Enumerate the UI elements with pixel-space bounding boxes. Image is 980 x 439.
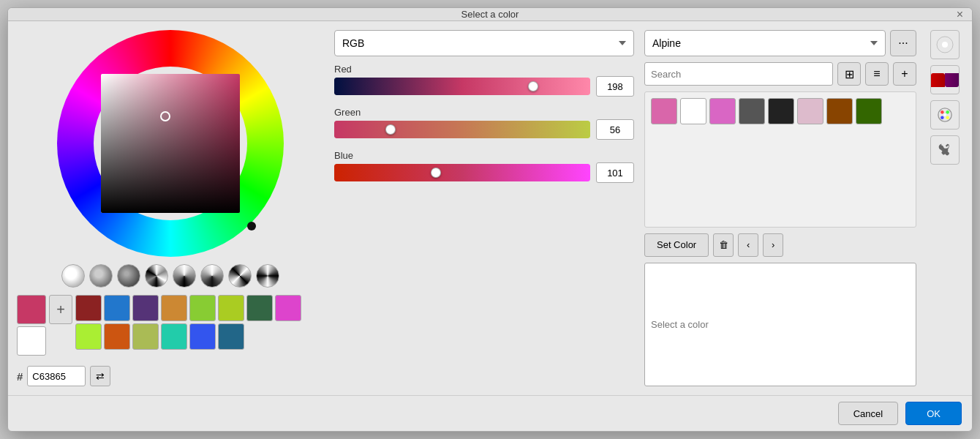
color-square[interactable]	[101, 74, 240, 213]
set-color-button[interactable]: Set Color	[644, 233, 709, 257]
white-color-swatch[interactable]	[17, 326, 46, 356]
shade-icon-2[interactable]	[89, 264, 113, 288]
recent-color-4[interactable]	[161, 295, 187, 321]
palette-select[interactable]: Alpine Material Flat UI Crayola	[644, 30, 886, 56]
palette-swatch-6[interactable]	[826, 98, 853, 124]
palette-tool-button[interactable]	[930, 100, 960, 130]
close-button[interactable]: ×	[957, 9, 963, 20]
recent-color-5[interactable]	[189, 295, 216, 321]
recent-color-6[interactable]	[218, 295, 244, 321]
palette-swatch-4[interactable]	[768, 98, 794, 124]
palette-swatch-0[interactable]	[651, 98, 677, 124]
color-picker-dialog: Select a color ×	[7, 7, 973, 432]
palette-search-input[interactable]	[644, 62, 833, 86]
dialog-footer: Cancel OK	[8, 395, 972, 431]
blue-slider-wrap[interactable]	[334, 164, 590, 181]
current-color-swatch[interactable]	[17, 295, 46, 324]
shade-icon-8[interactable]	[256, 264, 279, 288]
blue-value-input[interactable]	[596, 162, 634, 183]
title-bar: Select a color ×	[8, 8, 972, 21]
dialog-title: Select a color	[461, 9, 519, 20]
recent-color-3[interactable]	[132, 295, 159, 321]
blue-slider[interactable]	[334, 164, 590, 181]
palette-swatch-3[interactable]	[739, 98, 765, 124]
green-slider-thumb[interactable]	[385, 124, 396, 135]
green-value-input[interactable]	[596, 119, 634, 140]
shade-icon-5[interactable]	[173, 264, 196, 288]
shade-icon-7[interactable]	[228, 264, 252, 288]
next-color-button[interactable]: ›	[763, 233, 783, 257]
shade-icon-6[interactable]	[200, 264, 224, 288]
svg-point-7	[943, 113, 946, 116]
red-row	[334, 76, 634, 97]
svg-point-1	[942, 42, 948, 48]
recent-color-13[interactable]	[189, 323, 216, 350]
svg-point-4	[946, 110, 949, 114]
red-value-input[interactable]	[596, 76, 634, 97]
grid-view-button[interactable]: ⊞	[837, 62, 861, 86]
blue-row	[334, 162, 634, 183]
palette-swatch-1[interactable]	[680, 98, 706, 124]
green-slider[interactable]	[334, 121, 590, 138]
green-slider-wrap[interactable]	[334, 121, 590, 138]
shade-icon-4[interactable]	[145, 264, 168, 288]
recent-color-7[interactable]	[246, 295, 273, 321]
palette-tool-icon	[937, 107, 953, 123]
red-slider[interactable]	[334, 78, 590, 95]
hex-swap-button[interactable]: ⇄	[90, 366, 110, 386]
left-panel: +	[17, 30, 324, 386]
cancel-button[interactable]: Cancel	[838, 402, 898, 425]
wrench-icon	[938, 143, 952, 157]
delete-color-button[interactable]: 🗑	[713, 233, 734, 257]
ok-button[interactable]: OK	[905, 402, 962, 425]
hex-input[interactable]	[27, 366, 86, 386]
blue-slider-thumb[interactable]	[431, 168, 441, 178]
add-color-button[interactable]: +	[49, 295, 72, 324]
recent-color-10[interactable]	[104, 323, 130, 350]
dialog-body: +	[8, 21, 972, 395]
blue-channel: Blue	[334, 150, 634, 186]
svg-point-6	[946, 116, 949, 119]
palette-grid	[644, 91, 916, 228]
hex-row: # ⇄	[17, 366, 324, 386]
palette-swatch-5[interactable]	[797, 98, 823, 124]
color-mode-select[interactable]: RGB HSV HSL CMYK	[334, 30, 634, 56]
red-label: Red	[334, 64, 634, 75]
color-square-cursor[interactable]	[160, 111, 170, 121]
shade-icons-row	[61, 264, 279, 288]
recent-color-8[interactable]	[275, 295, 301, 321]
wheel-hue-cursor[interactable]	[247, 222, 256, 230]
wrench-tool-button[interactable]	[930, 135, 960, 165]
recent-color-12[interactable]	[161, 323, 187, 350]
shade-icon-3[interactable]	[117, 264, 140, 288]
color-wheel-container[interactable]	[57, 30, 284, 257]
red-slider-thumb[interactable]	[528, 81, 538, 91]
palette-more-button[interactable]: ···	[890, 30, 916, 56]
recent-colors-section: +	[17, 295, 324, 356]
color-wheel-icon	[936, 36, 954, 53]
blue-label: Blue	[334, 150, 634, 161]
svg-point-3	[941, 110, 944, 114]
palette-swatch-7[interactable]	[856, 98, 882, 124]
recent-color-11[interactable]	[132, 323, 159, 350]
red-slider-wrap[interactable]	[334, 78, 590, 95]
recent-color-14[interactable]	[218, 323, 244, 350]
palette-header: Alpine Material Flat UI Crayola ···	[644, 30, 916, 56]
list-view-button[interactable]: ≡	[865, 62, 889, 86]
green-label: Green	[334, 107, 634, 118]
set-color-input[interactable]	[644, 263, 916, 387]
prev-color-button[interactable]: ‹	[738, 233, 758, 257]
recent-color-1[interactable]	[75, 295, 102, 321]
palette-swatch-2[interactable]	[709, 98, 736, 124]
green-row	[334, 119, 634, 140]
palette-actions: Set Color 🗑 ‹ ›	[644, 233, 916, 257]
add-palette-color-button[interactable]: +	[893, 62, 916, 86]
color-wheel-tool-button[interactable]	[930, 30, 960, 59]
gradient-tool-button[interactable]	[930, 65, 960, 94]
far-right-panel	[927, 30, 963, 386]
recent-color-9[interactable]	[75, 323, 102, 350]
right-panel: Alpine Material Flat UI Crayola ··· ⊞ ≡ …	[644, 30, 916, 386]
shade-icon-1[interactable]	[61, 264, 85, 288]
recent-color-2[interactable]	[104, 295, 130, 321]
svg-point-5	[941, 116, 944, 119]
